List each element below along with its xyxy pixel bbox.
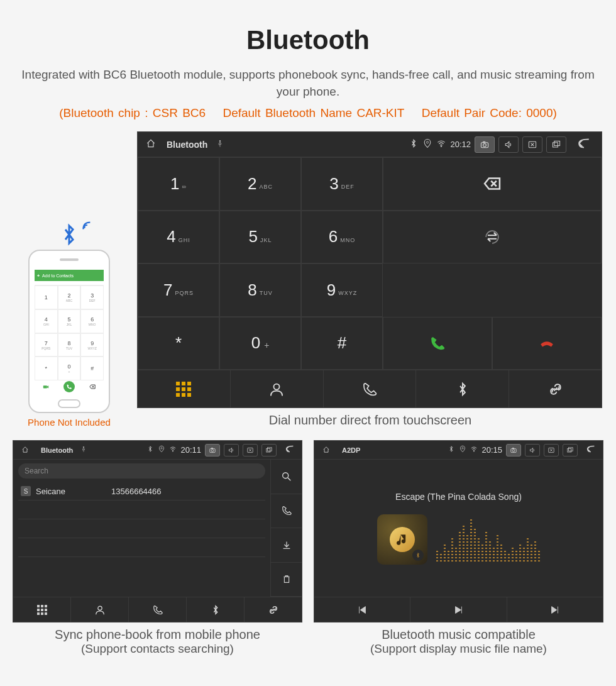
key-#[interactable]: # xyxy=(301,317,383,370)
call-button[interactable] xyxy=(383,317,492,370)
key-7[interactable]: 7PQRS xyxy=(138,263,219,317)
app-title: A2DP xyxy=(342,446,360,454)
dialer-device: Bluetooth 20:12 xyxy=(137,131,602,408)
volume-button[interactable] xyxy=(498,136,519,153)
phone-keypad: 12ABC3DEF 4GHI5JKL6MNO 7PQRS8TUV9WXYZ *0… xyxy=(35,285,104,380)
download-icon[interactable] xyxy=(270,528,302,563)
location-icon xyxy=(158,445,165,455)
prev-button[interactable] xyxy=(314,597,410,622)
close-button[interactable] xyxy=(544,444,559,456)
hangup-button[interactable] xyxy=(492,317,602,370)
tab-contacts[interactable] xyxy=(231,370,324,407)
key-0[interactable]: 0+ xyxy=(219,317,301,370)
phonebook-caption: Sync phone-book from mobile phone (Suppo… xyxy=(13,628,302,656)
search-icon[interactable] xyxy=(270,460,302,494)
wifi-icon xyxy=(470,445,478,455)
recents-button[interactable] xyxy=(563,444,578,456)
clock-time: 20:11 xyxy=(180,445,201,455)
key-2[interactable]: 2ABC xyxy=(219,157,301,211)
search-input[interactable]: Search xyxy=(18,463,265,479)
key-6[interactable]: 6MNO xyxy=(301,211,383,264)
close-button[interactable] xyxy=(522,136,542,153)
chip-bt-name: Default Bluetooth Name CAR-KIT xyxy=(223,106,404,119)
app-title: Bluetooth xyxy=(167,140,207,150)
bluetooth-status-icon xyxy=(448,445,455,455)
tab-bluetooth[interactable] xyxy=(416,370,509,407)
back-button[interactable] xyxy=(581,443,600,456)
tab-dialpad[interactable] xyxy=(138,370,231,407)
recents-button[interactable] xyxy=(261,444,277,456)
key-4[interactable]: 4GHI xyxy=(138,211,219,264)
camera-button[interactable] xyxy=(205,444,220,456)
bottom-tabbar xyxy=(138,370,602,407)
tab-pair[interactable] xyxy=(509,370,602,407)
key-1[interactable]: 1∞ xyxy=(138,157,219,211)
home-icon[interactable] xyxy=(141,138,160,150)
close-button[interactable] xyxy=(243,444,258,456)
swap-key[interactable] xyxy=(383,211,602,264)
phone-not-included-label: Phone Not Included xyxy=(13,417,126,428)
app-title: Bluetooth xyxy=(41,446,73,454)
volume-button[interactable] xyxy=(525,444,540,456)
phone-illustration: +Add to Contacts 12ABC3DEF 4GHI5JKL6MNO … xyxy=(13,222,126,428)
dial-keypad: 1∞2ABC3DEF4GHI5JKL6MNO7PQRS8TUV9WXYZ*0+# xyxy=(138,157,383,370)
wifi-icon xyxy=(436,138,446,150)
clock-time: 20:12 xyxy=(450,140,471,149)
chip-info: (Bluetooth chip : CSR BC6 Default Blueto… xyxy=(13,106,603,120)
statusbar: Bluetooth 20:11 xyxy=(13,441,302,460)
wifi-icon xyxy=(169,445,177,455)
tab-recents[interactable] xyxy=(129,597,187,622)
media-controls xyxy=(314,597,603,622)
tab-contacts[interactable] xyxy=(71,597,129,622)
clock-time: 20:15 xyxy=(481,445,502,455)
chip-pair-code: Default Pair Code: 0000) xyxy=(422,106,557,119)
contact-badge: S xyxy=(21,486,31,496)
chip-model: (Bluetooth chip : CSR BC6 xyxy=(59,106,206,119)
music-caption: Bluetooth music compatible (Support disp… xyxy=(314,628,603,656)
phonebook-device: Bluetooth 20:11 xyxy=(13,440,302,622)
phone-header: Add to Contacts xyxy=(42,274,74,278)
bluetooth-status-icon xyxy=(146,445,154,455)
home-icon[interactable] xyxy=(317,446,336,455)
camera-button[interactable] xyxy=(506,444,521,456)
page-title: Bluetooth xyxy=(13,25,603,55)
phone-number-display xyxy=(35,281,104,285)
camera-button[interactable] xyxy=(475,136,495,153)
tab-bluetooth[interactable] xyxy=(187,597,245,622)
delete-icon[interactable] xyxy=(270,563,302,597)
home-icon[interactable] xyxy=(16,446,35,455)
backspace-key[interactable] xyxy=(383,157,602,211)
play-button[interactable] xyxy=(410,597,507,622)
tab-recents[interactable] xyxy=(324,370,417,407)
back-button[interactable] xyxy=(280,443,299,456)
location-icon xyxy=(459,445,466,455)
track-title: Escape (The Pina Colada Song) xyxy=(395,492,522,502)
music-device: A2DP 20:15 Escape (The xyxy=(314,440,603,622)
location-icon xyxy=(422,138,432,150)
key-8[interactable]: 8TUV xyxy=(219,263,301,317)
recents-button[interactable] xyxy=(546,136,566,153)
album-art xyxy=(377,514,427,565)
tab-pair[interactable] xyxy=(245,597,302,622)
signal-icon xyxy=(80,218,94,232)
dialer-caption: Dial number direct from touchscreen xyxy=(137,413,603,428)
call-icon[interactable] xyxy=(270,494,302,529)
svg-rect-11 xyxy=(43,385,47,388)
statusbar: Bluetooth 20:12 xyxy=(138,132,602,157)
key-3[interactable]: 3DEF xyxy=(301,157,383,211)
key-*[interactable]: * xyxy=(138,317,219,370)
page-subtitle: Integrated with BC6 Bluetooth module, su… xyxy=(13,67,603,100)
tab-dialpad[interactable] xyxy=(13,597,71,622)
bottom-tabbar xyxy=(13,597,302,622)
usb-icon xyxy=(80,446,87,454)
contact-row[interactable]: S Seicane 13566664466 xyxy=(18,482,265,501)
back-button[interactable] xyxy=(570,135,598,153)
bluetooth-icon xyxy=(57,222,82,247)
usb-icon xyxy=(216,140,224,150)
next-button[interactable] xyxy=(507,597,603,622)
key-5[interactable]: 5JKL xyxy=(219,211,301,264)
volume-button[interactable] xyxy=(224,444,239,456)
equalizer-visual xyxy=(436,517,540,562)
key-9[interactable]: 9WXYZ xyxy=(301,263,383,317)
bluetooth-status-icon xyxy=(409,138,419,150)
